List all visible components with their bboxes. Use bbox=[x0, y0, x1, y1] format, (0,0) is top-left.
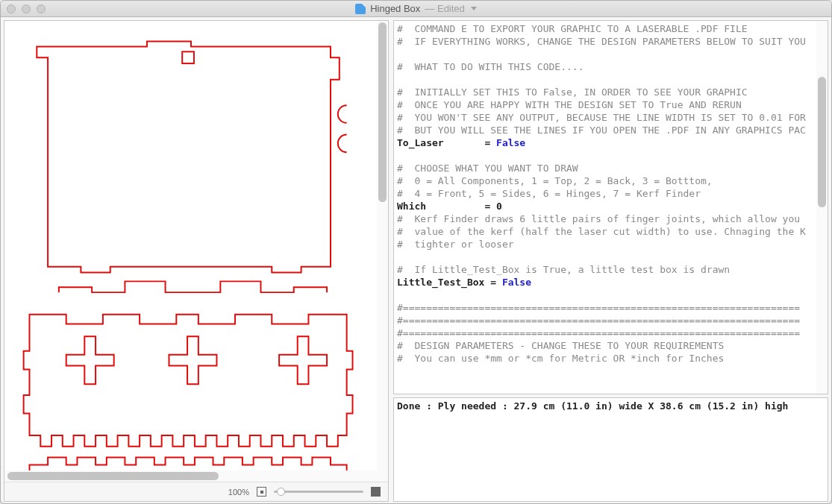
window-title: Hinged Box — Edited bbox=[1, 3, 831, 14]
right-pane: # COMMAND E TO EXPORT YOUR GRAPHIC TO A … bbox=[393, 20, 828, 502]
zoom-window-button[interactable] bbox=[37, 4, 46, 13]
code-vertical-scrollbar[interactable] bbox=[816, 21, 828, 394]
zoom-slider[interactable] bbox=[274, 491, 363, 493]
code-text[interactable]: # COMMAND E TO EXPORT YOUR GRAPHIC TO A … bbox=[394, 21, 828, 366]
document-title: Hinged Box bbox=[370, 3, 420, 14]
console-output-pane[interactable]: Done : Ply needed : 27.9 cm (11.0 in) wi… bbox=[393, 397, 828, 502]
preview-horizontal-scrollbar[interactable] bbox=[4, 470, 388, 482]
chevron-down-icon bbox=[471, 7, 477, 10]
preview-canvas[interactable] bbox=[4, 21, 388, 470]
app-window: Hinged Box — Edited bbox=[0, 0, 832, 504]
console-output-text: Done : Ply needed : 27.9 cm (11.0 in) wi… bbox=[394, 398, 828, 414]
close-window-button[interactable] bbox=[7, 4, 16, 13]
scrollbar-thumb[interactable] bbox=[7, 472, 219, 480]
scrollbar-thumb[interactable] bbox=[818, 77, 826, 207]
traffic-lights bbox=[7, 4, 46, 13]
zoom-toolbar: 100% bbox=[4, 482, 388, 501]
svg-rect-0 bbox=[182, 51, 194, 63]
zoom-fit-icon[interactable] bbox=[371, 487, 381, 497]
minimize-window-button[interactable] bbox=[22, 4, 31, 13]
graphics-preview-pane: 100% bbox=[4, 20, 389, 502]
zoom-out-icon[interactable] bbox=[257, 487, 266, 497]
edited-indicator: — Edited bbox=[425, 3, 464, 14]
titlebar[interactable]: Hinged Box — Edited bbox=[1, 1, 831, 17]
zoom-level-label: 100% bbox=[228, 488, 249, 497]
preview-vertical-scrollbar[interactable] bbox=[377, 21, 388, 470]
slider-thumb[interactable] bbox=[277, 488, 285, 496]
box-cut-drawing bbox=[4, 21, 378, 470]
code-editor[interactable]: # COMMAND E TO EXPORT YOUR GRAPHIC TO A … bbox=[393, 20, 828, 394]
scrollbar-thumb[interactable] bbox=[378, 22, 387, 202]
content-area: 100% # COMMAND E TO EXPORT YOUR GRAPHIC … bbox=[1, 17, 831, 502]
document-icon bbox=[355, 4, 366, 14]
